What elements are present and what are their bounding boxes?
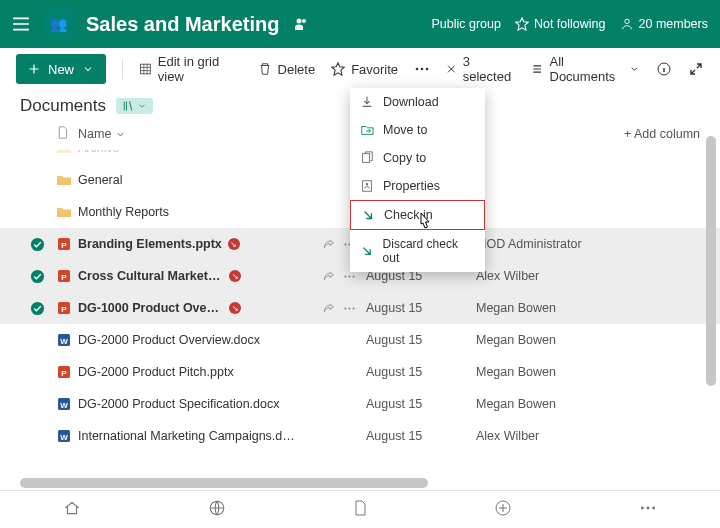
- row-more-icon[interactable]: [343, 302, 356, 315]
- share-icon[interactable]: [322, 270, 335, 283]
- chevron-down-icon: [82, 63, 94, 75]
- follow-button[interactable]: Not following: [515, 17, 606, 31]
- footer-doc-icon[interactable]: [352, 500, 368, 520]
- context-move-item[interactable]: Move to: [350, 116, 485, 144]
- teams-icon[interactable]: [293, 16, 309, 32]
- context-discard-item[interactable]: Discard check out: [350, 230, 485, 272]
- edit-in-grid-label: Edit in grid view: [158, 54, 242, 84]
- site-logo-icon[interactable]: 👥: [44, 10, 72, 38]
- name-column-header[interactable]: Name: [78, 127, 308, 141]
- selected-count-label: 3 selected: [463, 54, 515, 84]
- list-item[interactable]: DG-1000 Product Overview.p...↘ August 15…: [0, 292, 720, 324]
- favorite-label: Favorite: [351, 62, 398, 77]
- item-modified-by: Megan Bowen: [476, 397, 700, 411]
- item-modified-by: Megan Bowen: [476, 301, 700, 315]
- chevron-down-icon: [629, 63, 640, 75]
- expand-button[interactable]: [688, 61, 704, 77]
- view-selector-button[interactable]: All Documents: [531, 54, 640, 84]
- checked-out-icon: ↘: [229, 302, 241, 314]
- footer-more-icon[interactable]: [639, 499, 657, 521]
- members-button[interactable]: 20 members: [620, 17, 708, 31]
- list-item[interactable]: International Marketing Campaigns.docx A…: [0, 420, 720, 452]
- item-name: Cross Cultural Marketing Ca...: [78, 269, 223, 283]
- not-following-label: Not following: [534, 17, 606, 31]
- item-modified-by: Megan Bowen: [476, 333, 700, 347]
- share-icon[interactable]: [322, 238, 335, 251]
- file-type-column-icon[interactable]: [56, 126, 78, 142]
- item-modified: August 15: [366, 397, 476, 411]
- hamburger-icon[interactable]: [12, 15, 30, 33]
- folder-icon: [56, 204, 78, 220]
- more-actions-button[interactable]: [414, 61, 430, 77]
- powerpoint-icon: [56, 364, 78, 380]
- clear-selection-button[interactable]: 3 selected: [446, 54, 515, 84]
- delete-button[interactable]: Delete: [258, 62, 316, 77]
- word-icon: [56, 428, 78, 444]
- delete-label: Delete: [278, 62, 316, 77]
- selection-check-icon[interactable]: [30, 237, 56, 252]
- item-modified-by: Alex Wilber: [476, 429, 700, 443]
- list-item[interactable]: DG-2000 Product Pitch.pptx August 15 Meg…: [0, 356, 720, 388]
- item-name: Branding Elements.pptx: [78, 237, 222, 251]
- add-column-button[interactable]: + Add column: [624, 127, 700, 141]
- item-name: Monthly Reports: [78, 205, 169, 219]
- public-group-label: Public group: [431, 17, 501, 31]
- item-modified: August 15: [366, 365, 476, 379]
- info-button[interactable]: [656, 61, 672, 77]
- checked-out-icon: ↘: [229, 270, 241, 282]
- item-name: DG-1000 Product Overview.p...: [78, 301, 223, 315]
- new-button[interactable]: New: [16, 54, 106, 84]
- powerpoint-icon: [56, 300, 78, 316]
- footer-nav: [0, 490, 720, 528]
- context-properties-item[interactable]: Properties: [350, 172, 485, 200]
- page-title: Documents: [20, 96, 106, 116]
- add-column-label: Add column: [634, 127, 700, 141]
- context-move-label: Move to: [383, 123, 427, 137]
- item-name: DG-2000 Product Specification.docx: [78, 397, 280, 411]
- context-discard-label: Discard check out: [383, 237, 475, 265]
- context-download-label: Download: [383, 95, 439, 109]
- site-header: 👥 Sales and Marketing Public group Not f…: [0, 0, 720, 48]
- folder-icon: [56, 172, 78, 188]
- word-icon: [56, 396, 78, 412]
- site-title: Sales and Marketing: [86, 13, 279, 36]
- footer-home-icon[interactable]: [63, 499, 81, 521]
- checked-out-icon: ↘: [228, 238, 240, 250]
- powerpoint-icon: [56, 268, 78, 284]
- view-name-label: All Documents: [550, 54, 624, 84]
- item-modified: August 15: [366, 301, 476, 315]
- context-menu: Download Move to Copy to Properties Chec…: [350, 88, 485, 272]
- favorite-button[interactable]: Favorite: [331, 62, 398, 77]
- list-item[interactable]: DG-2000 Product Specification.docx Augus…: [0, 388, 720, 420]
- powerpoint-icon: [56, 236, 78, 252]
- item-modified: August 15: [366, 333, 476, 347]
- context-properties-label: Properties: [383, 179, 440, 193]
- item-modified: August 15: [366, 429, 476, 443]
- command-bar: New Edit in grid view Delete Favorite 3 …: [0, 48, 720, 90]
- share-icon[interactable]: [322, 302, 335, 315]
- context-download-item[interactable]: Download: [350, 88, 485, 116]
- item-name: General: [78, 173, 122, 187]
- word-icon: [56, 332, 78, 348]
- list-item[interactable]: DG-2000 Product Overview.docx August 15 …: [0, 324, 720, 356]
- selection-check-icon[interactable]: [30, 269, 56, 284]
- footer-globe-icon[interactable]: [208, 499, 226, 521]
- item-modified-by: Megan Bowen: [476, 365, 700, 379]
- new-button-label: New: [48, 62, 74, 77]
- item-modified-by: MOD Administrator: [476, 237, 700, 251]
- view-pill-button[interactable]: [116, 98, 153, 114]
- item-name: Archive: [78, 150, 120, 155]
- vertical-scrollbar[interactable]: [706, 54, 716, 482]
- context-copy-item[interactable]: Copy to: [350, 144, 485, 172]
- name-column-label: Name: [78, 127, 111, 141]
- horizontal-scrollbar[interactable]: [20, 478, 700, 488]
- selection-check-icon[interactable]: [30, 301, 56, 316]
- cursor-pointer-icon: [415, 211, 435, 233]
- members-count-label: 20 members: [639, 17, 708, 31]
- context-copy-label: Copy to: [383, 151, 426, 165]
- footer-add-icon[interactable]: [494, 499, 512, 521]
- item-name: DG-2000 Product Pitch.pptx: [78, 365, 234, 379]
- item-name: International Marketing Campaigns.docx: [78, 429, 298, 443]
- item-name: DG-2000 Product Overview.docx: [78, 333, 260, 347]
- edit-in-grid-button[interactable]: Edit in grid view: [139, 54, 242, 84]
